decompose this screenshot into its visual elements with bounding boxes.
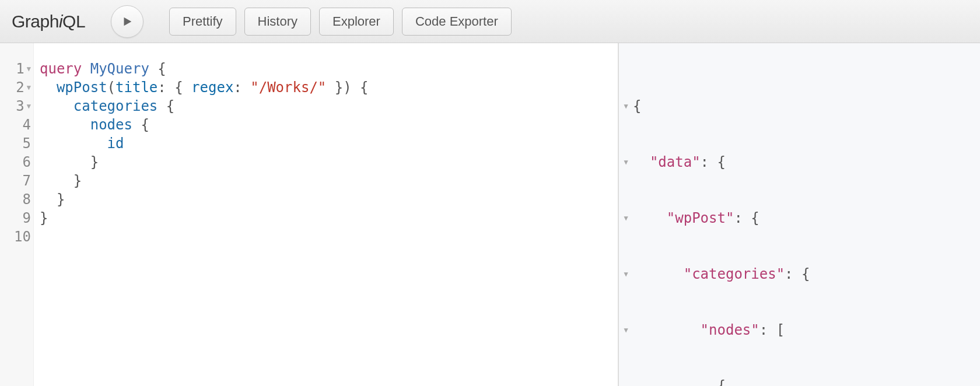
- fold-icon[interactable]: ▼: [27, 97, 31, 115]
- main: 1▼ 2▼ 3▼ 4 5 6 7 8 9 10 query MyQuery { …: [0, 43, 980, 386]
- json-key: "wpPost": [667, 209, 734, 227]
- fold-icon[interactable]: ▼: [619, 265, 633, 283]
- line-number: 7: [23, 171, 31, 190]
- query-editor[interactable]: 1▼ 2▼ 3▼ 4 5 6 7 8 9 10 query MyQuery { …: [0, 43, 618, 386]
- fold-icon[interactable]: ▼: [619, 321, 633, 339]
- line-number: 4: [23, 115, 31, 134]
- query-code[interactable]: query MyQuery { wpPost(title: { regex: "…: [34, 43, 618, 386]
- fold-icon[interactable]: ▼: [27, 59, 31, 78]
- explorer-button[interactable]: Explorer: [319, 8, 394, 36]
- fold-icon[interactable]: ▼: [619, 97, 633, 115]
- fold-icon[interactable]: ▼: [619, 209, 633, 227]
- json-key: "categories": [684, 265, 785, 283]
- prettify-button[interactable]: Prettify: [169, 8, 236, 36]
- logo-pre: Graph: [12, 12, 59, 31]
- argument: title: [116, 79, 158, 96]
- fold-icon[interactable]: ▼: [27, 78, 31, 97]
- results-pane[interactable]: ▼{ ▼ "data": { ▼ "wpPost": { ▼ "categori…: [618, 43, 980, 386]
- field: categories: [74, 98, 158, 114]
- json-key: "data": [650, 153, 701, 171]
- fold-icon[interactable]: ▼: [619, 153, 633, 171]
- play-icon: [121, 15, 134, 28]
- line-number: 1: [16, 59, 24, 78]
- line-number: 3: [16, 97, 24, 115]
- line-number: 9: [23, 209, 31, 227]
- line-number: 6: [23, 153, 31, 171]
- toolbar: GraphiQL Prettify History Explorer Code …: [0, 0, 980, 43]
- line-gutter: 1▼ 2▼ 3▼ 4 5 6 7 8 9 10: [0, 43, 34, 386]
- keyword: query: [40, 61, 82, 77]
- graphiql-app: GraphiQL Prettify History Explorer Code …: [0, 0, 980, 386]
- logo-post: QL: [62, 12, 85, 31]
- field: nodes: [90, 117, 132, 133]
- field: id: [107, 135, 124, 152]
- line-number: 5: [23, 134, 31, 153]
- line-number: 10: [14, 227, 31, 246]
- json-key: "nodes": [701, 321, 760, 339]
- code-exporter-button[interactable]: Code Exporter: [402, 8, 512, 36]
- line-number: 2: [16, 78, 24, 97]
- field: wpPost: [57, 79, 107, 96]
- string: "/Works/": [250, 79, 326, 96]
- operation-name: MyQuery: [90, 61, 149, 77]
- logo: GraphiQL: [12, 12, 85, 31]
- line-number: 8: [23, 190, 31, 209]
- brace: {: [149, 61, 166, 77]
- argument: regex: [191, 79, 233, 96]
- history-button[interactable]: History: [244, 8, 311, 36]
- execute-button[interactable]: [111, 5, 144, 38]
